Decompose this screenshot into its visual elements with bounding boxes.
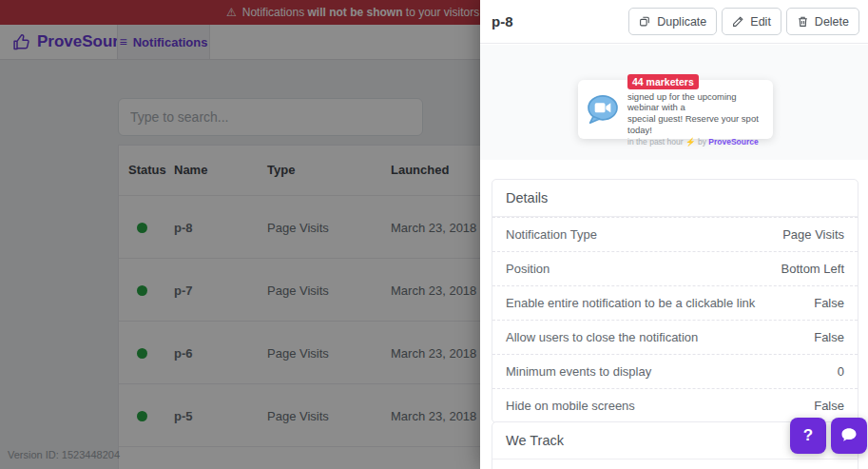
preview-line2: special guest! Reserve your spot today! xyxy=(627,113,767,135)
detail-row-type: Notification Type Page Visits xyxy=(492,217,858,251)
detail-panel: p-8 Duplicate Edit xyxy=(480,0,868,469)
detail-row-position: Position Bottom Left xyxy=(492,251,858,285)
preview-line1: signed up for the upcoming webinar with … xyxy=(627,91,767,113)
details-header: Details xyxy=(492,180,858,217)
question-icon: ? xyxy=(803,426,813,445)
bolt-icon: ⚡ xyxy=(685,137,696,147)
app-window: ⚠Notifications will not be shown to your… xyxy=(0,0,868,469)
help-button[interactable]: ? xyxy=(790,418,826,454)
delete-button[interactable]: Delete xyxy=(786,8,859,35)
detail-panel-header: p-8 Duplicate Edit xyxy=(480,0,868,44)
duplicate-label: Duplicate xyxy=(657,15,706,29)
detail-row-clickable-link: Enable entire notification to be a click… xyxy=(492,285,858,320)
detail-row-allow-close: Allow users to close the notification Fa… xyxy=(492,320,858,354)
edit-button[interactable]: Edit xyxy=(722,8,781,35)
page-title: p-8 xyxy=(492,13,513,29)
details-card: Details Notification Type Page Visits Po… xyxy=(492,179,858,423)
video-bubble-icon xyxy=(578,90,627,128)
edit-icon xyxy=(732,15,744,28)
preview-brand: ProveSource xyxy=(708,137,758,147)
action-buttons: Duplicate Edit Delete xyxy=(628,8,859,35)
detail-row-min-events: Minimum events to display 0 xyxy=(492,354,858,388)
trash-icon xyxy=(797,15,809,28)
delete-label: Delete xyxy=(815,15,849,29)
preview-zone: 44 marketers signed up for the upcoming … xyxy=(480,45,868,160)
preview-text: 44 marketers signed up for the upcoming … xyxy=(627,72,773,147)
notification-preview: 44 marketers signed up for the upcoming … xyxy=(578,80,773,139)
duplicate-icon xyxy=(639,15,651,28)
preview-badge: 44 marketers xyxy=(627,74,699,89)
edit-label: Edit xyxy=(750,15,771,29)
chat-button[interactable] xyxy=(831,418,867,454)
duplicate-button[interactable]: Duplicate xyxy=(628,8,717,35)
chat-bubble-icon xyxy=(839,425,858,447)
preview-footer: in the past hour ⚡ by ProveSource xyxy=(627,137,767,147)
